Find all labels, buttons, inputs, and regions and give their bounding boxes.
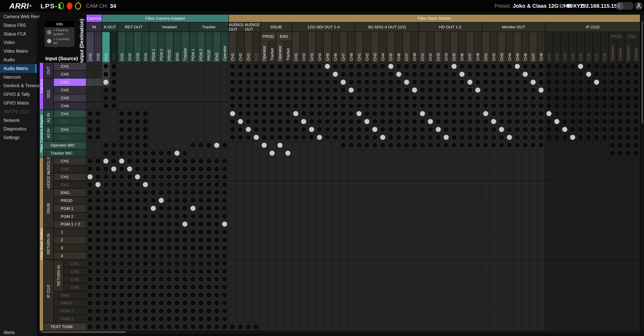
matrix-cell[interactable] bbox=[324, 204, 332, 212]
matrix-cell[interactable] bbox=[506, 165, 514, 173]
matrix-cell[interactable] bbox=[529, 323, 537, 331]
matrix-cell[interactable] bbox=[387, 110, 395, 118]
matrix-cell[interactable] bbox=[150, 283, 157, 291]
matrix-cell[interactable] bbox=[347, 142, 355, 149]
matrix-cell[interactable] bbox=[268, 189, 276, 196]
matrix-cell[interactable] bbox=[165, 149, 173, 157]
matrix-cell[interactable] bbox=[553, 283, 561, 291]
matrix-cell[interactable] bbox=[244, 228, 252, 236]
matrix-cell[interactable] bbox=[569, 189, 577, 196]
matrix-cell[interactable] bbox=[545, 142, 553, 149]
matrix-cell[interactable] bbox=[514, 299, 521, 307]
matrix-cell[interactable] bbox=[332, 212, 339, 220]
matrix-cell[interactable] bbox=[450, 299, 458, 307]
matrix-cell[interactable] bbox=[514, 134, 521, 142]
matrix-cell[interactable] bbox=[466, 181, 474, 189]
matrix-cell[interactable] bbox=[229, 244, 236, 252]
matrix-cell[interactable] bbox=[94, 236, 102, 244]
matrix-cell[interactable] bbox=[521, 276, 529, 283]
matrix-cell[interactable] bbox=[426, 62, 434, 70]
matrix-cell[interactable] bbox=[284, 307, 292, 315]
matrix-cell[interactable] bbox=[118, 149, 126, 157]
matrix-cell[interactable] bbox=[561, 236, 569, 244]
matrix-cell[interactable] bbox=[371, 268, 379, 276]
matrix-cell[interactable] bbox=[482, 283, 490, 291]
matrix-cell[interactable] bbox=[347, 102, 355, 110]
matrix-cell[interactable] bbox=[450, 220, 458, 228]
matrix-cell[interactable] bbox=[189, 149, 197, 157]
matrix-cell[interactable] bbox=[316, 173, 324, 181]
matrix-cell[interactable] bbox=[426, 157, 434, 165]
matrix-cell[interactable] bbox=[442, 244, 450, 252]
matrix-cell[interactable] bbox=[514, 189, 521, 196]
matrix-cell[interactable] bbox=[498, 315, 506, 323]
matrix-cell[interactable] bbox=[498, 94, 506, 102]
matrix-cell[interactable] bbox=[236, 110, 244, 118]
matrix-cell[interactable] bbox=[426, 291, 434, 299]
matrix-cell[interactable] bbox=[142, 196, 150, 204]
matrix-cell[interactable] bbox=[157, 268, 165, 276]
matrix-cell[interactable] bbox=[236, 78, 244, 86]
matrix-cell[interactable] bbox=[371, 236, 379, 244]
matrix-cell[interactable] bbox=[506, 94, 514, 102]
matrix-cell[interactable] bbox=[173, 62, 181, 70]
matrix-cell[interactable] bbox=[387, 323, 395, 331]
matrix-cell[interactable] bbox=[102, 283, 110, 291]
matrix-cell[interactable] bbox=[324, 78, 332, 86]
matrix-cell[interactable] bbox=[284, 189, 292, 196]
matrix-cell[interactable] bbox=[450, 134, 458, 142]
matrix-cell[interactable] bbox=[569, 173, 577, 181]
matrix-cell[interactable] bbox=[577, 181, 584, 189]
matrix-cell[interactable] bbox=[118, 110, 126, 118]
matrix-cell[interactable] bbox=[498, 212, 506, 220]
matrix-cell[interactable] bbox=[616, 212, 624, 220]
matrix-cell[interactable] bbox=[387, 315, 395, 323]
matrix-cell[interactable] bbox=[221, 110, 229, 118]
matrix-cell[interactable] bbox=[252, 252, 260, 260]
matrix-cell[interactable] bbox=[292, 118, 300, 126]
matrix-cell[interactable] bbox=[418, 260, 426, 268]
matrix-cell[interactable] bbox=[157, 212, 165, 220]
matrix-cell[interactable] bbox=[324, 236, 332, 244]
matrix-cell[interactable] bbox=[514, 110, 521, 118]
matrix-cell[interactable] bbox=[229, 189, 236, 196]
matrix-cell[interactable] bbox=[268, 126, 276, 134]
matrix-cell[interactable] bbox=[197, 62, 205, 70]
matrix-cell[interactable] bbox=[363, 283, 371, 291]
matrix-cell[interactable] bbox=[593, 142, 600, 149]
matrix-cell[interactable] bbox=[529, 196, 537, 204]
matrix-cell[interactable] bbox=[616, 70, 624, 78]
matrix-cell[interactable] bbox=[498, 78, 506, 86]
matrix-cell[interactable] bbox=[102, 204, 110, 212]
matrix-cell[interactable] bbox=[506, 299, 514, 307]
matrix-cell[interactable] bbox=[268, 181, 276, 189]
matrix-cell[interactable] bbox=[150, 307, 157, 315]
matrix-cell[interactable] bbox=[561, 118, 569, 126]
matrix-cell[interactable] bbox=[506, 260, 514, 268]
matrix-cell[interactable] bbox=[442, 228, 450, 236]
matrix-cell[interactable] bbox=[197, 244, 205, 252]
matrix-cell[interactable] bbox=[514, 315, 521, 323]
matrix-cell[interactable] bbox=[577, 189, 584, 196]
matrix-cell[interactable] bbox=[347, 260, 355, 268]
matrix-cell[interactable] bbox=[221, 323, 229, 331]
matrix-cell[interactable] bbox=[229, 228, 236, 236]
matrix-cell[interactable] bbox=[363, 149, 371, 157]
matrix-cell[interactable] bbox=[379, 315, 387, 323]
matrix-cell[interactable] bbox=[221, 212, 229, 220]
row-label-ch4[interactable]: CH4 bbox=[64, 283, 86, 291]
sidebar-item-audio-matrix[interactable]: Audio Matrix bbox=[0, 64, 37, 73]
matrix-cell[interactable] bbox=[260, 276, 268, 283]
matrix-cell[interactable] bbox=[474, 94, 482, 102]
matrix-cell[interactable] bbox=[593, 173, 600, 181]
matrix-cell[interactable] bbox=[150, 62, 157, 70]
matrix-cell[interactable] bbox=[600, 102, 608, 110]
matrix-cell[interactable] bbox=[537, 315, 545, 323]
matrix-cell[interactable] bbox=[86, 126, 94, 134]
matrix-cell[interactable] bbox=[395, 189, 403, 196]
matrix-cell[interactable] bbox=[355, 307, 363, 315]
matrix-cell[interactable] bbox=[332, 260, 339, 268]
matrix-cell[interactable] bbox=[632, 142, 640, 149]
row-label-eng[interactable]: ENG bbox=[54, 189, 86, 196]
matrix-cell[interactable] bbox=[252, 236, 260, 244]
